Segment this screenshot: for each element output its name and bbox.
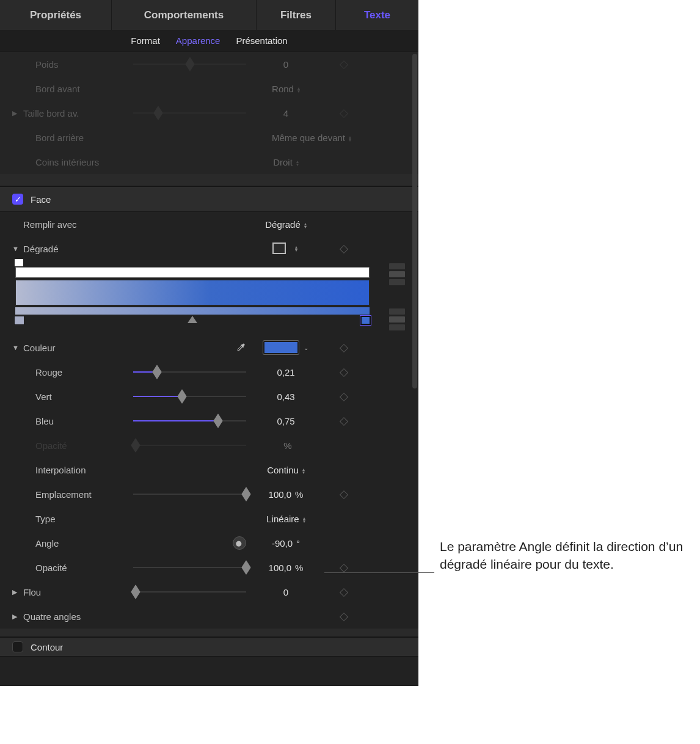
- label-couleur: Couleur: [23, 343, 133, 353]
- tab-text[interactable]: Texte: [336, 0, 418, 30]
- slider-vert[interactable]: [133, 392, 246, 401]
- subtab-format[interactable]: Format: [131, 35, 160, 46]
- gradient-editor[interactable]: [0, 261, 418, 335]
- row-poids: Poids 0: [0, 52, 418, 76]
- unit-opacite1: %: [246, 440, 326, 451]
- row-opacite-stop: Opacité %: [0, 433, 418, 458]
- gradient-stop-right[interactable]: [360, 316, 371, 325]
- disclosure-taille-bord[interactable]: ▶: [12, 109, 21, 117]
- label-bord-avant: Bord avant: [23, 84, 133, 94]
- slider-poids[interactable]: [133, 59, 246, 69]
- keyframe-vert[interactable]: [326, 392, 362, 402]
- label-taille-bord: Taille bord av.: [23, 108, 133, 119]
- disclosure-degrade[interactable]: ▼: [12, 245, 21, 252]
- slider-bleu[interactable]: [133, 416, 246, 426]
- inspector-body: Poids 0 Bord avant Rond▴▾ ▶ Taille bord …: [0, 52, 418, 657]
- tab-filters[interactable]: Filtres: [257, 0, 336, 30]
- value-opacite2[interactable]: 100,0%: [246, 563, 326, 573]
- slider-emplacement[interactable]: [133, 489, 246, 499]
- spread-stops-icon-bottom[interactable]: [389, 308, 405, 330]
- slider-opacite2[interactable]: [133, 563, 246, 572]
- dropdown-bord-avant[interactable]: Rond▴▾: [246, 84, 326, 94]
- label-quatre: Quatre angles: [23, 611, 133, 622]
- spread-stops-icon-top[interactable]: [389, 263, 405, 285]
- disclosure-quatre[interactable]: ▶: [12, 613, 21, 621]
- value-bleu[interactable]: 0,75: [246, 416, 326, 426]
- label-degrade: Dégradé: [23, 244, 133, 254]
- label-remplir: Remplir avec: [23, 219, 133, 230]
- checkbox-face[interactable]: ✓: [12, 194, 23, 205]
- dropdown-remplir[interactable]: Dégradé▴▾: [246, 219, 326, 230]
- disclosure-flou[interactable]: ▶: [12, 588, 21, 596]
- row-emplacement: Emplacement 100,0%: [0, 482, 418, 506]
- value-emplacement[interactable]: 100,0%: [246, 489, 326, 500]
- tab-behaviors[interactable]: Comportements: [112, 0, 257, 30]
- dropdown-bord-arriere[interactable]: Même que devant▴▾: [246, 133, 368, 143]
- label-vert: Vert: [23, 392, 133, 402]
- row-type: Type Linéaire▴▾: [0, 506, 418, 531]
- row-angle: Angle -90,0°: [0, 531, 418, 555]
- keyframe-opacite[interactable]: [326, 563, 362, 573]
- main-tabs: Propriétés Comportements Filtres Texte: [0, 0, 418, 30]
- label-bleu: Bleu: [23, 416, 133, 426]
- gradient-preview[interactable]: [15, 280, 370, 305]
- checkbox-contour[interactable]: [12, 641, 23, 652]
- keyframe-rouge[interactable]: [326, 367, 362, 377]
- keyframe-quatre[interactable]: [326, 611, 362, 622]
- subtab-appearance[interactable]: Apparence: [176, 35, 221, 46]
- color-strip[interactable]: [15, 307, 370, 315]
- value-poids[interactable]: 0: [246, 59, 326, 70]
- value-angle[interactable]: -90,0°: [246, 538, 326, 549]
- row-coins: Coins intérieurs Droit▴▾: [0, 150, 418, 174]
- row-flou: ▶ Flou 0: [0, 580, 418, 604]
- preset-degrade[interactable]: ▴▾: [246, 244, 326, 253]
- label-bord-arriere: Bord arrière: [23, 133, 133, 143]
- label-opacite2: Opacité: [23, 563, 133, 573]
- callout-line: [324, 572, 434, 573]
- keyframe-poids[interactable]: [326, 59, 362, 70]
- chevron-down-icon[interactable]: ⌄: [304, 345, 308, 351]
- tab-properties[interactable]: Propriétés: [0, 0, 112, 30]
- label-poids: Poids: [23, 59, 133, 70]
- section-face: ✓ Face: [0, 186, 418, 212]
- angle-dial[interactable]: [233, 536, 246, 550]
- callout-text: Le paramètre Angle définit la direction …: [440, 538, 696, 574]
- label-type: Type: [23, 514, 133, 524]
- subtab-presentation[interactable]: Présentation: [236, 35, 287, 46]
- slider-flou[interactable]: [133, 587, 246, 597]
- keyframe-bleu[interactable]: [326, 416, 362, 426]
- label-coins: Coins intérieurs: [23, 157, 133, 167]
- label-flou: Flou: [23, 587, 133, 597]
- keyframe-flou[interactable]: [326, 587, 362, 597]
- keyframe-emplacement[interactable]: [326, 489, 362, 500]
- preset-icon: [274, 244, 285, 253]
- label-angle: Angle: [23, 538, 133, 549]
- dropdown-type[interactable]: Linéaire▴▾: [246, 514, 326, 524]
- dropdown-coins[interactable]: Droit▴▾: [246, 157, 326, 167]
- keyframe-degrade[interactable]: [326, 244, 362, 254]
- disclosure-couleur[interactable]: ▼: [12, 344, 21, 351]
- gradient-midpoint[interactable]: [188, 316, 197, 323]
- gradient-stop-left[interactable]: [14, 316, 24, 325]
- section-contour: Contour: [0, 637, 418, 657]
- label-face: Face: [31, 194, 51, 205]
- color-swatch[interactable]: [263, 341, 299, 354]
- value-flou[interactable]: 0: [246, 587, 326, 597]
- value-vert[interactable]: 0,43: [246, 392, 326, 402]
- slider-rouge[interactable]: [133, 367, 246, 377]
- row-rouge: Rouge 0,21: [0, 360, 418, 384]
- keyframe-taille[interactable]: [326, 108, 362, 119]
- row-bord-avant: Bord avant Rond▴▾: [0, 76, 418, 101]
- row-bleu: Bleu 0,75: [0, 409, 418, 433]
- dropdown-interpolation[interactable]: Continu▴▾: [246, 465, 326, 475]
- opacity-bar[interactable]: [15, 267, 370, 278]
- value-rouge[interactable]: 0,21: [246, 367, 326, 377]
- sub-tabs: Format Apparence Présentation: [0, 30, 418, 52]
- slider-taille-bord[interactable]: [133, 108, 246, 118]
- scrollbar[interactable]: [412, 54, 417, 388]
- label-interpolation: Interpolation: [23, 465, 133, 475]
- eyedropper-icon[interactable]: [235, 342, 246, 353]
- opacity-stop-top[interactable]: [14, 258, 24, 267]
- keyframe-couleur[interactable]: [326, 343, 362, 353]
- value-taille-bord[interactable]: 4: [246, 108, 326, 119]
